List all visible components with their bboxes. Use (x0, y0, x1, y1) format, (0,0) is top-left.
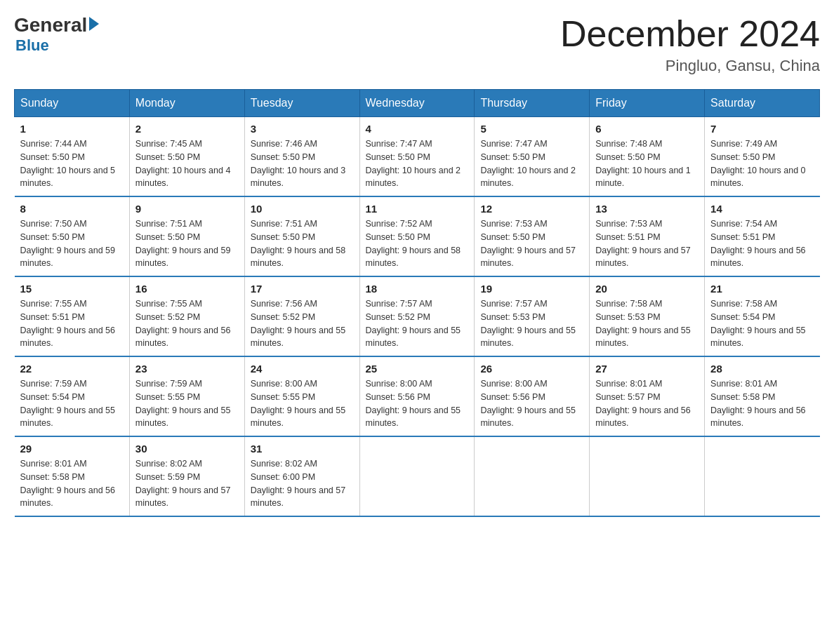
day-info: Sunrise: 7:58 AM Sunset: 5:54 PM Dayligh… (710, 297, 814, 350)
day-number: 10 (251, 203, 354, 215)
week-row-4: 22 Sunrise: 7:59 AM Sunset: 5:54 PM Dayl… (15, 356, 820, 436)
day-info: Sunrise: 7:47 AM Sunset: 5:50 PM Dayligh… (480, 137, 583, 190)
logo: General Blue (14, 14, 99, 55)
table-cell: 18 Sunrise: 7:57 AM Sunset: 5:52 PM Dayl… (359, 276, 475, 356)
day-info: Sunrise: 7:51 AM Sunset: 5:50 PM Dayligh… (251, 217, 354, 270)
table-cell: 21 Sunrise: 7:58 AM Sunset: 5:54 PM Dayl… (705, 276, 820, 356)
table-cell: 22 Sunrise: 7:59 AM Sunset: 5:54 PM Dayl… (15, 356, 130, 436)
table-cell: 28 Sunrise: 8:01 AM Sunset: 5:58 PM Dayl… (705, 356, 820, 436)
day-number: 28 (710, 363, 814, 375)
table-cell: 8 Sunrise: 7:50 AM Sunset: 5:50 PM Dayli… (15, 196, 130, 276)
day-info: Sunrise: 7:52 AM Sunset: 5:50 PM Dayligh… (366, 217, 469, 270)
table-cell (475, 436, 590, 516)
table-cell: 12 Sunrise: 7:53 AM Sunset: 5:50 PM Dayl… (475, 196, 590, 276)
day-info: Sunrise: 8:02 AM Sunset: 5:59 PM Dayligh… (135, 457, 239, 510)
table-cell: 16 Sunrise: 7:55 AM Sunset: 5:52 PM Dayl… (129, 276, 244, 356)
day-info: Sunrise: 7:50 AM Sunset: 5:50 PM Dayligh… (20, 217, 124, 270)
day-info: Sunrise: 7:44 AM Sunset: 5:50 PM Dayligh… (20, 137, 124, 190)
day-number: 16 (135, 283, 239, 295)
logo-general-text: General (14, 14, 87, 36)
table-cell: 25 Sunrise: 8:00 AM Sunset: 5:56 PM Dayl… (359, 356, 475, 436)
day-number: 7 (710, 123, 814, 135)
day-number: 13 (595, 203, 699, 215)
day-info: Sunrise: 7:58 AM Sunset: 5:53 PM Dayligh… (595, 297, 699, 350)
day-number: 14 (710, 203, 814, 215)
table-cell: 15 Sunrise: 7:55 AM Sunset: 5:51 PM Dayl… (15, 276, 130, 356)
logo-arrow-icon (89, 17, 99, 31)
page-header: General Blue December 2024 Pingluo, Gans… (14, 14, 820, 75)
day-number: 21 (710, 283, 814, 295)
day-number: 5 (480, 123, 583, 135)
day-info: Sunrise: 8:00 AM Sunset: 5:56 PM Dayligh… (366, 377, 469, 430)
day-number: 27 (595, 363, 699, 375)
day-info: Sunrise: 7:46 AM Sunset: 5:50 PM Dayligh… (251, 137, 354, 190)
table-cell (705, 436, 820, 516)
header-thursday: Thursday (475, 90, 590, 117)
day-info: Sunrise: 7:59 AM Sunset: 5:54 PM Dayligh… (20, 377, 124, 430)
day-info: Sunrise: 7:53 AM Sunset: 5:50 PM Dayligh… (480, 217, 583, 270)
table-cell: 17 Sunrise: 7:56 AM Sunset: 5:52 PM Dayl… (244, 276, 359, 356)
header-friday: Friday (590, 90, 705, 117)
day-info: Sunrise: 8:02 AM Sunset: 6:00 PM Dayligh… (251, 457, 354, 510)
day-number: 12 (480, 203, 583, 215)
day-number: 26 (480, 363, 583, 375)
day-info: Sunrise: 7:51 AM Sunset: 5:50 PM Dayligh… (135, 217, 239, 270)
week-row-2: 8 Sunrise: 7:50 AM Sunset: 5:50 PM Dayli… (15, 196, 820, 276)
day-info: Sunrise: 8:00 AM Sunset: 5:56 PM Dayligh… (480, 377, 583, 430)
calendar-table: Sunday Monday Tuesday Wednesday Thursday… (14, 89, 820, 517)
header-wednesday: Wednesday (359, 90, 475, 117)
title-block: December 2024 Pingluo, Gansu, China (560, 14, 820, 75)
table-cell: 4 Sunrise: 7:47 AM Sunset: 5:50 PM Dayli… (359, 117, 475, 197)
day-info: Sunrise: 7:56 AM Sunset: 5:52 PM Dayligh… (251, 297, 354, 350)
header-saturday: Saturday (705, 90, 820, 117)
day-info: Sunrise: 7:53 AM Sunset: 5:51 PM Dayligh… (595, 217, 699, 270)
day-number: 24 (251, 363, 354, 375)
day-info: Sunrise: 7:48 AM Sunset: 5:50 PM Dayligh… (595, 137, 699, 190)
day-number: 6 (595, 123, 699, 135)
header-tuesday: Tuesday (244, 90, 359, 117)
day-info: Sunrise: 8:01 AM Sunset: 5:58 PM Dayligh… (710, 377, 814, 430)
table-cell: 5 Sunrise: 7:47 AM Sunset: 5:50 PM Dayli… (475, 117, 590, 197)
day-number: 18 (366, 283, 469, 295)
day-number: 9 (135, 203, 239, 215)
day-info: Sunrise: 7:45 AM Sunset: 5:50 PM Dayligh… (135, 137, 239, 190)
day-number: 25 (366, 363, 469, 375)
day-number: 19 (480, 283, 583, 295)
table-cell: 20 Sunrise: 7:58 AM Sunset: 5:53 PM Dayl… (590, 276, 705, 356)
day-info: Sunrise: 7:57 AM Sunset: 5:53 PM Dayligh… (480, 297, 583, 350)
day-info: Sunrise: 7:54 AM Sunset: 5:51 PM Dayligh… (710, 217, 814, 270)
day-info: Sunrise: 7:55 AM Sunset: 5:52 PM Dayligh… (135, 297, 239, 350)
table-cell: 24 Sunrise: 8:00 AM Sunset: 5:55 PM Dayl… (244, 356, 359, 436)
day-info: Sunrise: 7:57 AM Sunset: 5:52 PM Dayligh… (366, 297, 469, 350)
day-header-row: Sunday Monday Tuesday Wednesday Thursday… (15, 90, 820, 117)
table-cell: 14 Sunrise: 7:54 AM Sunset: 5:51 PM Dayl… (705, 196, 820, 276)
day-number: 1 (20, 123, 124, 135)
day-number: 29 (20, 443, 124, 455)
location-subtitle: Pingluo, Gansu, China (560, 57, 820, 75)
table-cell: 9 Sunrise: 7:51 AM Sunset: 5:50 PM Dayli… (129, 196, 244, 276)
week-row-1: 1 Sunrise: 7:44 AM Sunset: 5:50 PM Dayli… (15, 117, 820, 197)
day-info: Sunrise: 8:01 AM Sunset: 5:57 PM Dayligh… (595, 377, 699, 430)
week-row-5: 29 Sunrise: 8:01 AM Sunset: 5:58 PM Dayl… (15, 436, 820, 516)
month-title: December 2024 (560, 14, 820, 54)
day-number: 15 (20, 283, 124, 295)
week-row-3: 15 Sunrise: 7:55 AM Sunset: 5:51 PM Dayl… (15, 276, 820, 356)
day-info: Sunrise: 7:49 AM Sunset: 5:50 PM Dayligh… (710, 137, 814, 190)
day-info: Sunrise: 7:59 AM Sunset: 5:55 PM Dayligh… (135, 377, 239, 430)
table-cell: 2 Sunrise: 7:45 AM Sunset: 5:50 PM Dayli… (129, 117, 244, 197)
day-number: 11 (366, 203, 469, 215)
table-cell: 31 Sunrise: 8:02 AM Sunset: 6:00 PM Dayl… (244, 436, 359, 516)
table-cell (359, 436, 475, 516)
day-info: Sunrise: 7:55 AM Sunset: 5:51 PM Dayligh… (20, 297, 124, 350)
header-monday: Monday (129, 90, 244, 117)
table-cell: 10 Sunrise: 7:51 AM Sunset: 5:50 PM Dayl… (244, 196, 359, 276)
table-cell: 29 Sunrise: 8:01 AM Sunset: 5:58 PM Dayl… (15, 436, 130, 516)
day-info: Sunrise: 8:01 AM Sunset: 5:58 PM Dayligh… (20, 457, 124, 510)
day-number: 22 (20, 363, 124, 375)
table-cell: 1 Sunrise: 7:44 AM Sunset: 5:50 PM Dayli… (15, 117, 130, 197)
day-number: 2 (135, 123, 239, 135)
table-cell: 27 Sunrise: 8:01 AM Sunset: 5:57 PM Dayl… (590, 356, 705, 436)
table-cell: 23 Sunrise: 7:59 AM Sunset: 5:55 PM Dayl… (129, 356, 244, 436)
day-number: 17 (251, 283, 354, 295)
logo-blue-text: Blue (15, 36, 49, 55)
